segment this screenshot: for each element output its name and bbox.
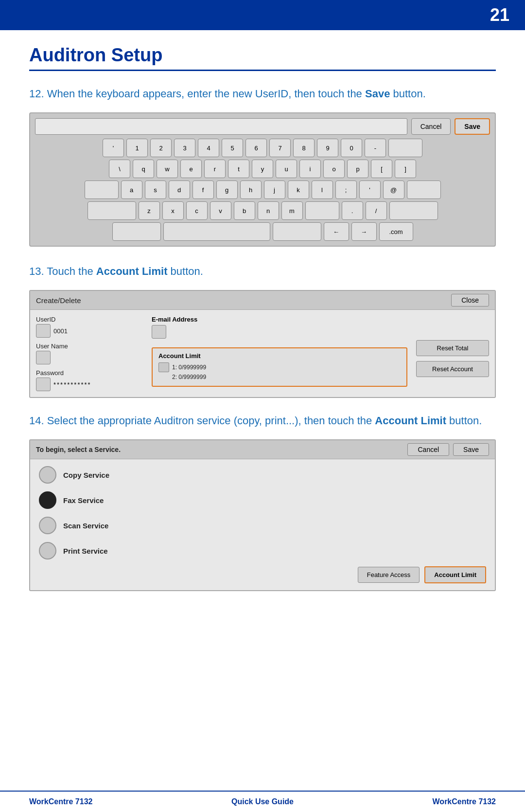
account-limit-button[interactable]: Account Limit xyxy=(424,566,486,583)
key-9[interactable]: 9 xyxy=(317,139,338,157)
account-limit-box[interactable]: Account Limit 1: 0/9999999 2: 0/9999999 xyxy=(152,347,407,387)
key-space[interactable] xyxy=(163,222,270,241)
key-shift-mid[interactable] xyxy=(305,201,339,220)
step14-bold: Account Limit xyxy=(375,415,446,427)
key-shift-left[interactable] xyxy=(88,201,136,220)
key-i[interactable]: i xyxy=(299,160,321,178)
key-n[interactable]: n xyxy=(258,201,279,220)
key-x[interactable]: x xyxy=(162,201,184,220)
key-e[interactable]: e xyxy=(180,160,202,178)
print-service-radio[interactable] xyxy=(39,542,56,559)
key-minus[interactable]: - xyxy=(365,139,386,157)
keyboard-row-3: a s d f g h j k l ; ' @ xyxy=(35,180,490,199)
key-rbracket[interactable]: ] xyxy=(395,160,416,178)
copy-service-label: Copy Service xyxy=(63,471,109,479)
step13-before: 13. Touch the xyxy=(29,265,96,277)
key-1[interactable]: 1 xyxy=(126,139,148,157)
key-fn-left[interactable] xyxy=(112,222,161,241)
key-o[interactable]: o xyxy=(323,160,345,178)
key-arrow-right[interactable]: → xyxy=(351,222,377,241)
email-button[interactable] xyxy=(152,325,166,339)
limit2-row: 2: 0/9999999 xyxy=(158,374,401,380)
key-fn-right[interactable] xyxy=(273,222,321,241)
key-a[interactable]: a xyxy=(121,180,142,199)
key-j[interactable]: j xyxy=(264,180,285,199)
key-6[interactable]: 6 xyxy=(245,139,267,157)
key-y[interactable]: y xyxy=(252,160,273,178)
key-shift-right[interactable] xyxy=(389,201,438,220)
key-g[interactable]: g xyxy=(216,180,238,199)
key-h[interactable]: h xyxy=(240,180,262,199)
reset-account-button[interactable]: Reset Account xyxy=(416,361,489,377)
key-r[interactable]: r xyxy=(204,160,226,178)
copy-service-radio[interactable] xyxy=(39,466,56,484)
username-button[interactable] xyxy=(36,351,51,364)
key-5[interactable]: 5 xyxy=(222,139,243,157)
cd-close-button[interactable]: Close xyxy=(451,294,489,307)
key-lbracket[interactable]: [ xyxy=(371,160,392,178)
key-0[interactable]: 0 xyxy=(341,139,362,157)
step14-text: 14. Select the appropriate Auditron serv… xyxy=(29,413,496,429)
key-3[interactable]: 3 xyxy=(174,139,195,157)
username-label: User Name xyxy=(36,343,143,350)
sp-cancel-button[interactable]: Cancel xyxy=(407,443,449,456)
page-title: Auditron Setup xyxy=(29,45,496,71)
key-u[interactable]: u xyxy=(276,160,297,178)
scan-service-radio[interactable] xyxy=(39,517,56,534)
key-enter[interactable] xyxy=(407,180,441,199)
key-b[interactable]: b xyxy=(234,201,255,220)
key-4[interactable]: 4 xyxy=(198,139,219,157)
reset-total-button[interactable]: Reset Total xyxy=(416,340,489,356)
key-s[interactable]: s xyxy=(145,180,166,199)
key-2[interactable]: 2 xyxy=(150,139,172,157)
cd-body: UserID 0001 User Name Password xyxy=(30,310,495,397)
page-number: 21 xyxy=(490,5,509,25)
key-m[interactable]: m xyxy=(281,201,303,220)
key-k[interactable]: k xyxy=(288,180,309,199)
key-period[interactable]: . xyxy=(342,201,363,220)
key-7[interactable]: 7 xyxy=(269,139,291,157)
sp-header: To begin, select a Service. Cancel Save xyxy=(30,440,495,459)
keyboard-save-button[interactable]: Save xyxy=(455,118,490,135)
key-arrow-left[interactable]: ← xyxy=(324,222,349,241)
key-l[interactable]: l xyxy=(312,180,333,199)
key-w[interactable]: w xyxy=(157,160,178,178)
step12-bold: Save xyxy=(365,88,390,100)
key-c[interactable]: c xyxy=(186,201,208,220)
key-p[interactable]: p xyxy=(347,160,368,178)
key-v[interactable]: v xyxy=(210,201,231,220)
keyboard-cancel-button[interactable]: Cancel xyxy=(411,118,451,135)
userid-label: UserID xyxy=(36,316,143,323)
key-dotcom[interactable]: .com xyxy=(379,222,413,241)
step13-bold: Account Limit xyxy=(96,265,168,277)
key-semicolon[interactable]: ; xyxy=(335,180,357,199)
key-q[interactable]: q xyxy=(133,160,154,178)
key-apostrophe[interactable]: ' xyxy=(103,139,124,157)
key-d[interactable]: d xyxy=(169,180,190,199)
sp-header-label: To begin, select a Service. xyxy=(36,446,121,453)
scan-service-label: Scan Service xyxy=(63,522,108,530)
key-t[interactable]: t xyxy=(228,160,249,178)
key-squote[interactable]: ' xyxy=(359,180,381,199)
keyboard-row-4: z x c v b n m . / xyxy=(35,201,490,220)
key-backspace[interactable] xyxy=(388,139,422,157)
keyboard-text-field[interactable] xyxy=(35,118,407,135)
step14-before: 14. Select the appropriate Auditron serv… xyxy=(29,415,375,427)
key-at[interactable]: @ xyxy=(383,180,404,199)
key-8[interactable]: 8 xyxy=(293,139,315,157)
feature-access-button[interactable]: Feature Access xyxy=(358,567,420,583)
key-slash[interactable]: / xyxy=(366,201,387,220)
limit1-text: 1: 0/9999999 xyxy=(172,364,206,371)
key-backslash[interactable]: \ xyxy=(109,160,130,178)
page-content: Auditron Setup 12. When the keyboard app… xyxy=(0,30,525,620)
password-button[interactable] xyxy=(36,378,51,391)
key-z[interactable]: z xyxy=(139,201,160,220)
print-service-row: Print Service xyxy=(39,542,486,559)
key-f[interactable]: f xyxy=(192,180,214,199)
fax-service-radio[interactable] xyxy=(39,491,56,509)
userid-button[interactable] xyxy=(36,324,51,338)
sp-save-button[interactable]: Save xyxy=(453,443,489,456)
key-capslock[interactable] xyxy=(85,180,119,199)
password-row: *********** xyxy=(36,378,143,391)
footer-left: WorkCentre 7132 xyxy=(29,797,92,806)
